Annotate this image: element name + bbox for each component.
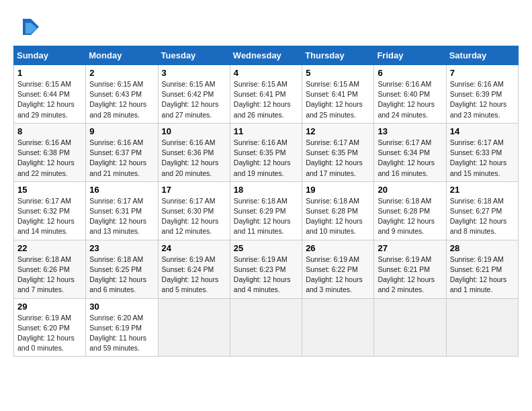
calendar-cell: 19Sunrise: 6:18 AMSunset: 6:28 PMDayligh… [302,181,374,240]
calendar-cell: 22Sunrise: 6:18 AMSunset: 6:26 PMDayligh… [14,240,86,298]
weekday-header-wednesday: Wednesday [230,46,302,65]
calendar-cell: 9Sunrise: 6:16 AMSunset: 6:37 PMDaylight… [86,123,158,181]
day-number: 27 [378,243,442,253]
logo-icon [13,13,40,40]
day-number: 15 [17,185,82,195]
calendar-cell: 16Sunrise: 6:17 AMSunset: 6:31 PMDayligh… [86,181,158,240]
calendar-cell: 29Sunrise: 6:19 AMSunset: 6:20 PMDayligh… [14,298,86,357]
calendar-cell [158,298,230,357]
day-number: 10 [162,126,226,136]
cell-info: Sunrise: 6:16 AMSunset: 6:40 PMDaylight:… [378,79,442,120]
calendar-cell: 26Sunrise: 6:19 AMSunset: 6:22 PMDayligh… [302,240,374,298]
cell-info: Sunrise: 6:18 AMSunset: 6:28 PMDaylight:… [378,196,442,237]
calendar-week-3: 15Sunrise: 6:17 AMSunset: 6:32 PMDayligh… [14,181,519,240]
day-number: 13 [378,126,442,136]
day-number: 16 [89,185,154,195]
cell-info: Sunrise: 6:20 AMSunset: 6:19 PMDaylight:… [89,313,154,354]
cell-info: Sunrise: 6:18 AMSunset: 6:26 PMDaylight:… [17,255,82,295]
cell-info: Sunrise: 6:16 AMSunset: 6:36 PMDaylight:… [162,138,226,179]
day-number: 22 [17,243,82,253]
cell-info: Sunrise: 6:19 AMSunset: 6:24 PMDaylight:… [162,255,226,295]
calendar-cell: 6Sunrise: 6:16 AMSunset: 6:40 PMDaylight… [374,65,446,124]
calendar-cell: 30Sunrise: 6:20 AMSunset: 6:19 PMDayligh… [86,298,158,357]
cell-info: Sunrise: 6:15 AMSunset: 6:44 PMDaylight:… [17,79,82,120]
cell-info: Sunrise: 6:19 AMSunset: 6:21 PMDaylight:… [378,255,442,295]
weekday-header-monday: Monday [86,46,158,65]
page-header [13,13,519,40]
day-number: 18 [234,185,298,195]
calendar-cell: 8Sunrise: 6:16 AMSunset: 6:38 PMDaylight… [14,123,86,181]
day-number: 17 [162,185,226,195]
weekday-header-friday: Friday [374,46,446,65]
cell-info: Sunrise: 6:18 AMSunset: 6:27 PMDaylight:… [450,196,515,237]
day-number: 30 [89,302,154,312]
day-number: 3 [162,68,226,78]
cell-info: Sunrise: 6:18 AMSunset: 6:28 PMDaylight:… [306,196,370,237]
calendar-cell: 1Sunrise: 6:15 AMSunset: 6:44 PMDaylight… [14,65,86,124]
cell-info: Sunrise: 6:17 AMSunset: 6:33 PMDaylight:… [450,138,515,179]
calendar-cell: 20Sunrise: 6:18 AMSunset: 6:28 PMDayligh… [374,181,446,240]
day-number: 5 [306,68,370,78]
calendar-week-5: 29Sunrise: 6:19 AMSunset: 6:20 PMDayligh… [14,298,519,357]
calendar-cell: 18Sunrise: 6:18 AMSunset: 6:29 PMDayligh… [230,181,302,240]
calendar-week-4: 22Sunrise: 6:18 AMSunset: 6:26 PMDayligh… [14,240,519,298]
calendar-cell: 24Sunrise: 6:19 AMSunset: 6:24 PMDayligh… [158,240,230,298]
cell-info: Sunrise: 6:19 AMSunset: 6:23 PMDaylight:… [234,255,298,295]
cell-info: Sunrise: 6:16 AMSunset: 6:35 PMDaylight:… [234,138,298,179]
weekday-header-sunday: Sunday [14,46,86,65]
day-number: 12 [306,126,370,136]
cell-info: Sunrise: 6:15 AMSunset: 6:41 PMDaylight:… [234,79,298,120]
day-number: 2 [89,68,154,78]
calendar-cell: 13Sunrise: 6:17 AMSunset: 6:34 PMDayligh… [374,123,446,181]
day-number: 25 [234,243,298,253]
calendar-cell: 21Sunrise: 6:18 AMSunset: 6:27 PMDayligh… [446,181,518,240]
calendar-cell: 28Sunrise: 6:19 AMSunset: 6:21 PMDayligh… [446,240,518,298]
cell-info: Sunrise: 6:17 AMSunset: 6:31 PMDaylight:… [89,196,154,237]
cell-info: Sunrise: 6:15 AMSunset: 6:42 PMDaylight:… [162,79,226,120]
calendar-table: SundayMondayTuesdayWednesdayThursdayFrid… [13,46,519,357]
day-number: 19 [306,185,370,195]
calendar-cell: 4Sunrise: 6:15 AMSunset: 6:41 PMDaylight… [230,65,302,124]
cell-info: Sunrise: 6:19 AMSunset: 6:20 PMDaylight:… [17,313,82,354]
weekday-header-thursday: Thursday [302,46,374,65]
calendar-cell [446,298,518,357]
cell-info: Sunrise: 6:18 AMSunset: 6:29 PMDaylight:… [234,196,298,237]
calendar-cell: 27Sunrise: 6:19 AMSunset: 6:21 PMDayligh… [374,240,446,298]
calendar-cell: 17Sunrise: 6:17 AMSunset: 6:30 PMDayligh… [158,181,230,240]
day-number: 29 [17,302,82,312]
calendar-week-1: 1Sunrise: 6:15 AMSunset: 6:44 PMDaylight… [14,65,519,124]
calendar-cell: 23Sunrise: 6:18 AMSunset: 6:25 PMDayligh… [86,240,158,298]
day-number: 20 [378,185,442,195]
day-number: 1 [17,68,82,78]
cell-info: Sunrise: 6:19 AMSunset: 6:21 PMDaylight:… [450,255,515,295]
cell-info: Sunrise: 6:16 AMSunset: 6:37 PMDaylight:… [89,138,154,179]
calendar-cell: 25Sunrise: 6:19 AMSunset: 6:23 PMDayligh… [230,240,302,298]
cell-info: Sunrise: 6:19 AMSunset: 6:22 PMDaylight:… [306,255,370,295]
cell-info: Sunrise: 6:17 AMSunset: 6:35 PMDaylight:… [306,138,370,179]
cell-info: Sunrise: 6:17 AMSunset: 6:30 PMDaylight:… [162,196,226,237]
calendar-cell: 7Sunrise: 6:16 AMSunset: 6:39 PMDaylight… [446,65,518,124]
cell-info: Sunrise: 6:16 AMSunset: 6:39 PMDaylight:… [450,79,515,120]
calendar-cell: 12Sunrise: 6:17 AMSunset: 6:35 PMDayligh… [302,123,374,181]
cell-info: Sunrise: 6:15 AMSunset: 6:43 PMDaylight:… [89,79,154,120]
day-number: 26 [306,243,370,253]
calendar-cell: 14Sunrise: 6:17 AMSunset: 6:33 PMDayligh… [446,123,518,181]
calendar-cell: 2Sunrise: 6:15 AMSunset: 6:43 PMDaylight… [86,65,158,124]
cell-info: Sunrise: 6:15 AMSunset: 6:41 PMDaylight:… [306,79,370,120]
day-number: 9 [89,126,154,136]
calendar-cell: 10Sunrise: 6:16 AMSunset: 6:36 PMDayligh… [158,123,230,181]
cell-info: Sunrise: 6:18 AMSunset: 6:25 PMDaylight:… [89,255,154,295]
calendar-cell: 5Sunrise: 6:15 AMSunset: 6:41 PMDaylight… [302,65,374,124]
cell-info: Sunrise: 6:17 AMSunset: 6:34 PMDaylight:… [378,138,442,179]
weekday-header-tuesday: Tuesday [158,46,230,65]
day-number: 7 [450,68,515,78]
day-number: 4 [234,68,298,78]
day-number: 21 [450,185,515,195]
day-number: 8 [17,126,82,136]
cell-info: Sunrise: 6:16 AMSunset: 6:38 PMDaylight:… [17,138,82,179]
day-number: 14 [450,126,515,136]
day-number: 24 [162,243,226,253]
cell-info: Sunrise: 6:17 AMSunset: 6:32 PMDaylight:… [17,196,82,237]
calendar-cell [374,298,446,357]
calendar-week-2: 8Sunrise: 6:16 AMSunset: 6:38 PMDaylight… [14,123,519,181]
